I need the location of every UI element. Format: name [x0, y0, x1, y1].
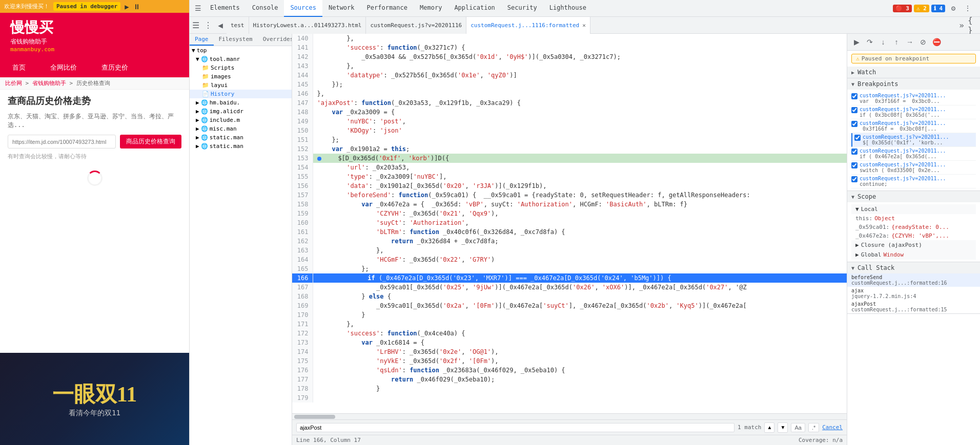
line-code[interactable]: }; — [313, 264, 847, 273]
step-btn[interactable]: → — [904, 36, 916, 48]
breakpoints-header[interactable]: ▼ Breakpoints — [847, 78, 980, 90]
line-code[interactable]: 'qsLdn': function _0x23683a(_0x46f029, _… — [313, 366, 847, 375]
list-item[interactable]: customRequest.js?v=202011... if (_0x467e… — [851, 147, 976, 161]
url-input[interactable] — [8, 135, 116, 149]
devtools-menu-icon[interactable]: ☰ — [192, 2, 204, 14]
line-code[interactable]: 'url': _0x203a53, — [313, 163, 847, 172]
call-stack-header[interactable]: ▼ Call Stack — [847, 262, 980, 273]
more-tabs-icon[interactable]: » — [955, 19, 968, 31]
list-item[interactable]: ajax jquery-1.7.2.min.js:4 — [847, 287, 980, 300]
pause-icon[interactable]: ⏸ — [133, 3, 140, 11]
more-sources-icon[interactable]: ⋮ — [202, 19, 214, 31]
tree-item-hm[interactable]: ▶ 🌐 hm.baidu. — [190, 98, 292, 107]
line-code[interactable]: var _0x1901a2 = this; — [313, 144, 847, 154]
resume-btn[interactable]: ▶ — [850, 36, 863, 48]
close-tab-icon[interactable]: ✕ — [582, 22, 586, 29]
tab-security[interactable]: Security — [501, 0, 543, 17]
tree-item-img[interactable]: ▶ 🌐 img.alicdr — [190, 107, 292, 116]
tab-performance[interactable]: Performance — [361, 0, 414, 17]
step-over-btn[interactable]: ↷ — [864, 36, 876, 48]
bp-checkbox[interactable] — [851, 149, 858, 155]
tree-item-tool[interactable]: ▼ 🌐 tool.manr — [190, 55, 292, 63]
line-code[interactable]: 'nuYBC': 'post', — [313, 117, 847, 126]
bp-checkbox[interactable] — [851, 176, 858, 182]
nav-compare[interactable]: 全网比价 — [38, 60, 89, 75]
tab-elements[interactable]: Elements — [204, 0, 246, 17]
tree-item-static1[interactable]: ▶ 🌐 static.man — [190, 133, 292, 142]
line-code[interactable]: 'success': function(_0x3271c7) { — [313, 43, 847, 52]
line-code[interactable]: _0x59ca01[_0x365d('0x25', '9jUw')](_0x46… — [313, 283, 847, 292]
dont-pause-exceptions-btn[interactable]: ⛔ — [930, 36, 943, 48]
line-code[interactable]: }, — [313, 61, 847, 71]
nav-home[interactable]: 首页 — [0, 60, 38, 75]
file-tab-customrequest[interactable]: customRequest.js?v=20201116 — [366, 17, 466, 34]
list-item[interactable]: customRequest.js?v=202011... var _0x3f16… — [851, 92, 976, 105]
list-item[interactable]: beforeSend customRequest.j...:formatted:… — [847, 273, 980, 287]
line-code[interactable]: 'data': _0x1901a2[_0x365d('0x20', 'r3JA'… — [313, 181, 847, 190]
search-next-btn[interactable]: ▼ — [778, 422, 788, 433]
line-code[interactable]: var _0x467e2a = { _0x365d: 'vBP', suyCt:… — [313, 200, 847, 209]
regex-btn[interactable]: .* — [808, 423, 819, 432]
list-item[interactable]: customRequest.js?v=202011... continue; — [851, 175, 976, 188]
line-code[interactable]: 'HCGmF': _0x365d('0x22', 'G7RY') — [313, 255, 847, 264]
line-code[interactable]: return _0x326d84 + _0xc7d8fa; — [313, 237, 847, 246]
scope-header[interactable]: ▼ Scope — [847, 191, 980, 202]
list-item[interactable]: customRequest.js?v=202011... $[_0x365d('… — [851, 133, 976, 147]
tab-network[interactable]: Network — [322, 0, 361, 17]
tree-item-top[interactable]: ▼ top — [190, 46, 292, 55]
file-tab-historylowest[interactable]: HistoryLowest.a...011493273.html — [249, 17, 366, 34]
line-code[interactable]: } — [313, 384, 847, 393]
line-code[interactable]: 'KDOgy': 'json' — [313, 126, 847, 135]
closure-scope-header[interactable]: ▶ Closure (ajaxPost) — [851, 240, 976, 250]
bp-checkbox[interactable] — [851, 162, 858, 168]
line-code[interactable]: 'success': function(_0x4ce40a) { — [313, 329, 847, 338]
line-code[interactable]: }, — [313, 320, 847, 329]
line-code[interactable]: 'beforeSend': function(_0x59ca01) { __0x… — [313, 190, 847, 200]
tab-memory[interactable]: Memory — [414, 0, 448, 17]
sidebar-toggle-icon[interactable]: ☰ — [190, 19, 202, 31]
breadcrumb-1[interactable]: 比价网 — [5, 80, 22, 87]
list-item[interactable]: customRequest.js?v=202011... _0x3f166f =… — [851, 119, 976, 133]
list-item[interactable]: ajaxPost customRequest.j...:formatted:15 — [847, 300, 980, 313]
bp-checkbox[interactable] — [851, 107, 858, 113]
bp-checkbox[interactable] — [851, 121, 858, 127]
tree-item-misc[interactable]: ▶ 🌐 misc.man — [190, 124, 292, 133]
back-icon[interactable]: ◀ — [214, 19, 227, 31]
breadcrumb-2[interactable]: 省钱购物助手 — [32, 80, 66, 87]
line-code[interactable]: 'ajaxPost': function(_0x203a53, _0x129f1… — [313, 98, 847, 108]
line-code[interactable]: return _0x46f029(_0x5eba10); — [313, 375, 847, 384]
match-case-btn[interactable]: Aa — [791, 423, 805, 432]
sources-page-tab[interactable]: Page — [190, 34, 214, 46]
tree-item-include[interactable]: ▶ 🌐 include.m — [190, 116, 292, 124]
tab-sources[interactable]: Sources — [284, 0, 322, 17]
line-code[interactable]: 'suyCt': 'Authorization', — [313, 218, 847, 227]
step-out-btn[interactable]: ↑ — [890, 36, 903, 48]
tab-lighthouse[interactable]: Lighthouse — [543, 0, 593, 17]
settings-icon[interactable]: ⚙ — [947, 2, 959, 14]
list-item[interactable]: customRequest.js?v=202011... if (_0x3bc0… — [851, 105, 976, 119]
deactivate-breakpoints-btn[interactable]: ⊘ — [917, 36, 929, 48]
tree-item-static2[interactable]: ▶ 🌐 static.man — [190, 142, 292, 151]
line-code[interactable]: _0x59ca01[_0x365d('0x2a', '[0Fm')](_0x46… — [313, 301, 847, 310]
code-scrollbar[interactable] — [292, 413, 847, 419]
tab-application[interactable]: Application — [448, 0, 501, 17]
code-content[interactable]: 140 },141 'success': function(_0x3271c7)… — [292, 34, 847, 413]
line-code[interactable]: }); — [313, 80, 847, 89]
line-code[interactable]: }, — [313, 89, 847, 98]
line-code[interactable] — [313, 393, 847, 402]
global-scope-header[interactable]: ▶ Global Window — [851, 250, 976, 260]
local-scope-header[interactable]: ▼ Local — [851, 204, 976, 214]
line-code[interactable]: 'LrBHV': _0x365d('0x2e', 'OG@1'), — [313, 347, 847, 356]
line-code[interactable]: if (_0x467e2a[D_0x365d('0x23', 'MXR7')] … — [313, 273, 847, 283]
line-code[interactable]: 'type': _0x2a3009['nuYBC'], — [313, 172, 847, 181]
line-code[interactable]: }; — [313, 135, 847, 144]
list-item[interactable]: customRequest.js?v=202011... switch (_0x… — [851, 161, 976, 175]
tree-item-images[interactable]: 📁 images — [190, 72, 292, 81]
file-tab-customrequest-formatted[interactable]: customRequest.j...1116:formatted ✕ — [466, 17, 590, 34]
file-tab-test[interactable]: test — [227, 17, 249, 34]
scrollbar-thumb[interactable] — [294, 415, 335, 419]
search-button[interactable]: 商品历史价格查询 — [120, 135, 181, 149]
more-icon[interactable]: ⋮ — [962, 2, 974, 14]
sources-filesystem-tab[interactable]: Filesystem — [214, 34, 258, 46]
line-code[interactable]: }, — [313, 246, 847, 255]
